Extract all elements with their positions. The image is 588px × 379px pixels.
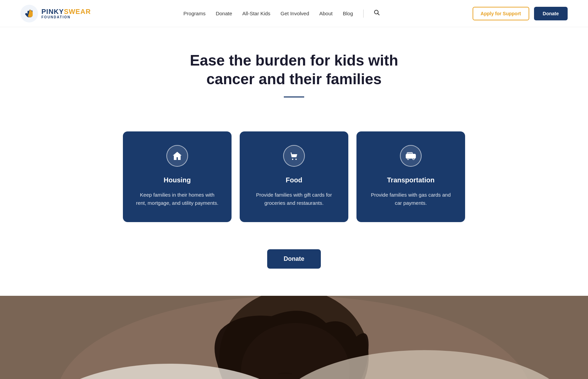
logo-pink: PINKY (41, 8, 64, 15)
nav-donate-button[interactable]: Donate (534, 7, 568, 20)
svg-point-7 (408, 159, 409, 160)
food-icon (283, 145, 305, 167)
photo-overlay (0, 296, 588, 379)
svg-line-2 (378, 14, 379, 15)
photo-section (0, 296, 588, 379)
nav-right: Apply for Support Donate (473, 7, 568, 20)
donate-section: Donate (0, 242, 588, 296)
nav-item-donate[interactable]: Donate (216, 11, 232, 16)
transportation-card: Transportation Provide families with gas… (356, 131, 465, 222)
hero-divider (284, 96, 304, 97)
hero-section: Ease the burden for kids with cancer and… (0, 27, 588, 131)
nav-item-allstarkids[interactable]: All-Star Kids (242, 11, 271, 16)
navbar: PINKYSWEAR FOUNDATION Programs Donate Al… (0, 0, 588, 27)
main-donate-button[interactable]: Donate (267, 249, 320, 269)
food-title: Food (252, 176, 336, 184)
food-description: Provide families with gift cards for gro… (252, 191, 336, 207)
search-icon[interactable] (374, 10, 380, 17)
nav-links: Programs Donate All-Star Kids Get Involv… (183, 10, 380, 18)
housing-description: Keep families in their homes with rent, … (135, 191, 219, 207)
nav-item-programs[interactable]: Programs (183, 11, 205, 16)
housing-icon (166, 145, 188, 167)
food-card: Food Provide families with gift cards fo… (240, 131, 348, 222)
transportation-title: Transportation (369, 176, 453, 184)
logo-swear: SWEAR (64, 8, 91, 15)
logo[interactable]: PINKYSWEAR FOUNDATION (20, 5, 91, 22)
svg-rect-4 (407, 152, 412, 155)
logo-subtitle: FOUNDATION (41, 15, 91, 19)
hero-title: Ease the burden for kids with cancer and… (175, 51, 413, 88)
cards-section: Housing Keep families in their homes wit… (0, 131, 588, 242)
svg-point-8 (413, 159, 414, 160)
nav-item-blog[interactable]: Blog (343, 11, 353, 16)
transportation-description: Provide families with gas cards and car … (369, 191, 453, 207)
housing-card: Housing Keep families in their homes wit… (123, 131, 232, 222)
nav-item-getinvolved[interactable]: Get Involved (280, 11, 309, 16)
nav-divider (363, 10, 364, 18)
nav-item-about[interactable]: About (319, 11, 333, 16)
housing-title: Housing (135, 176, 219, 184)
apply-for-support-button[interactable]: Apply for Support (473, 7, 529, 20)
transportation-icon (400, 145, 422, 167)
